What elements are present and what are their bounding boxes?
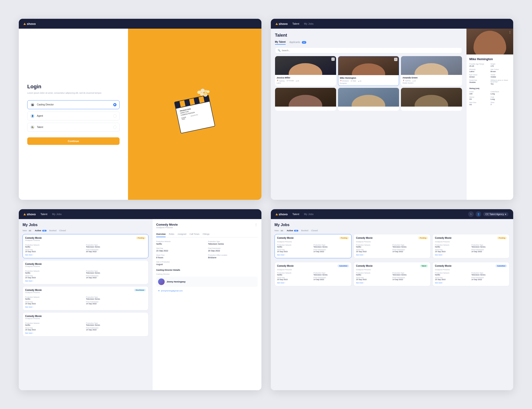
nav-link-myjobs[interactable]: My Jobs <box>52 213 62 215</box>
cd-info: Jimmy Hemingway <box>167 280 186 283</box>
tab-new[interactable]: New 08 <box>275 229 284 232</box>
job-card[interactable]: Comedy Movie Goalpost Pictures Pending P… <box>23 234 149 258</box>
talent-card-info: Mike Hemington 📍 Brisbane ⊕ Male ● 25 <box>338 75 399 86</box>
job-card[interactable]: Comedy Movie Pending Goalpost Pictures P… <box>354 234 430 258</box>
talent-card[interactable]: Amanda Green 📍 Sydney ● 25 Middle Easter… <box>401 56 462 86</box>
location-meta: 📍 Sydney <box>277 80 285 82</box>
screen-login: shovo Login Lorem ipsum dolor sit amet, … <box>19 19 261 200</box>
tab-active[interactable]: Active 41 <box>35 229 46 232</box>
job-title: Comedy Movie <box>356 265 373 267</box>
logo: shovo <box>23 213 36 216</box>
sizing-section-title: Sizing (cm) <box>469 87 510 89</box>
card-checkbox[interactable]: ✓ <box>331 57 335 61</box>
job-title: Comedy Movie <box>435 237 452 239</box>
detail-field: Date of Production August <box>156 261 206 266</box>
see-more-link[interactable]: See more › <box>25 280 146 282</box>
see-more-link[interactable]: See more › <box>277 282 349 284</box>
login-option-agent[interactable]: 👤 Agent <box>27 112 120 121</box>
job-card[interactable]: Comedy Movie Talent Goalpost Pictures Pr… <box>354 262 430 286</box>
tab-fittings[interactable]: Fittings <box>203 233 209 237</box>
tab-assigned[interactable]: Assigned <box>177 233 186 237</box>
tab-closed[interactable]: Closed <box>59 229 66 232</box>
job-title: Comedy Movie <box>25 289 42 291</box>
card-checkbox[interactable]: ☐ <box>394 58 397 61</box>
continue-button[interactable]: Continue <box>27 137 120 145</box>
job-card-header: Comedy Movie Goalpost Pictures Shortlist… <box>25 289 146 295</box>
job-company: Goalpost Pictures <box>356 269 428 271</box>
new-count: 08 <box>28 230 32 232</box>
nav-link-talent[interactable]: Talent <box>292 213 299 215</box>
see-more-link[interactable]: See more › <box>356 254 428 256</box>
nav-link-myjobs[interactable]: My Jobs <box>304 213 314 215</box>
nav-icon-user[interactable]: 👤 <box>476 211 481 217</box>
talent-photo <box>401 88 462 107</box>
talent-card[interactable] <box>275 88 336 111</box>
job-detail-menu[interactable]: ⋮ <box>254 223 258 227</box>
job-card[interactable]: Comedy Movie Submitted Goalpost Pictures… <box>275 262 352 286</box>
job-card[interactable]: Comedy Movie Goalpost Pictures Productio… <box>23 312 149 336</box>
see-more-link[interactable]: See more › <box>435 254 507 256</box>
see-more-link[interactable]: See more › <box>356 282 428 284</box>
nav-icon-refresh[interactable]: ↻ <box>468 211 474 217</box>
tab-call-times[interactable]: Call Times <box>189 233 199 237</box>
see-more-link[interactable]: See more › <box>435 282 507 284</box>
job-meta-field: Production Type Television Series <box>86 296 146 300</box>
field-value: Long <box>491 98 511 100</box>
job-card[interactable]: Comedy Movie Goalpost Pictures Shortlist… <box>23 286 149 310</box>
nav-link-talent[interactable]: Talent <box>292 22 299 25</box>
nav-link-myjobs[interactable]: My Jobs <box>304 22 314 25</box>
job-card[interactable]: Comedy Movie Pending Goalpost Pictures P… <box>275 234 352 258</box>
see-more-link[interactable]: See more › <box>25 254 146 256</box>
tab-closed[interactable]: Closed <box>311 229 318 232</box>
field-value: August <box>156 263 206 266</box>
job-meta-field: Production Network Netflix <box>356 272 392 276</box>
see-more-link[interactable]: See more › <box>25 306 146 308</box>
talent-card[interactable]: ✓ Jessica Miller 📍 Sydney ⊕ Female <box>275 56 336 86</box>
search-input[interactable] <box>282 49 460 52</box>
job-company: Goalpost Pictures <box>25 317 42 320</box>
job-meta-field: Shoot Day 15 Sep 2022 <box>435 277 470 280</box>
myjobs-body: My Jobs New 08 Active 41 Booked Closed C… <box>19 219 261 390</box>
talent-card[interactable] <box>401 88 462 111</box>
see-more-link[interactable]: See more › <box>25 332 146 334</box>
nav-agency-dropdown[interactable]: CC Talent Agency ▾ <box>483 212 509 216</box>
tab-overview[interactable]: Overview <box>156 233 166 237</box>
login-option-talent[interactable]: 🎭 Talent <box>27 123 120 132</box>
job-meta-field: Final Submission 14 Sep 2022 <box>314 249 349 253</box>
job-meta-field: Shoot Day 15 Sep 2022 <box>25 249 85 253</box>
sizing-field: Collar/Neck Long <box>491 91 511 95</box>
tab-my-talent[interactable]: My Talent <box>275 41 286 45</box>
tab-active[interactable]: Active 41 <box>287 229 298 232</box>
see-more-link[interactable]: See more › <box>277 254 349 256</box>
job-meta-field: Shoot Day 15 Sep 2022 <box>356 249 392 253</box>
job-meta-row: Production Network Netflix Production Ty… <box>25 270 146 274</box>
tab-booked[interactable]: Booked <box>49 229 56 232</box>
tab-booked[interactable]: Booked <box>301 229 308 232</box>
job-card[interactable]: Comedy Movie Goalpost Pictures Productio… <box>23 260 149 284</box>
field-label: Willing to grow or shave facial hair <box>491 79 511 83</box>
talent-grid: ✓ Jessica Miller 📍 Sydney ⊕ Female <box>275 56 462 111</box>
detail-menu-button[interactable]: ⋮ <box>509 30 511 34</box>
field-value: 8 hours <box>156 256 206 259</box>
login-option-casting-director[interactable]: 🎬 Casting Director <box>27 100 120 109</box>
job-card[interactable]: Comedy Movie Pending Goalpost Pictures P… <box>432 234 509 258</box>
login-body: Login Lorem ipsum dolor sit amet, consec… <box>19 29 261 200</box>
tab-roles[interactable]: Roles <box>169 233 174 237</box>
detail-field: Eye Colour Amber <box>469 74 489 78</box>
job-meta-row: Shoot Day 15 Sep 2022 Final Submission 1… <box>356 249 428 253</box>
field-value: Latino <box>469 70 489 73</box>
ethnicity-meta: Middle Eastern <box>402 82 460 84</box>
talent-card[interactable] <box>338 88 399 111</box>
email-icon: ✉ <box>158 290 160 292</box>
talent-card[interactable]: ☐ Mike Hemington 📍 Brisbane ⊕ Male <box>338 56 399 86</box>
tab-new[interactable]: New 08 <box>23 229 32 232</box>
field-value: Visible <box>491 76 511 78</box>
detail-field: Facial Hair Stubble <box>469 79 489 85</box>
myjobs-list-panel: My Jobs New 08 Active 41 Booked Closed C… <box>19 219 152 390</box>
job-meta-field: Final Submission 14 Sep 2022 <box>314 277 349 280</box>
tab-applicants[interactable]: Applicants 44 <box>289 41 306 45</box>
job-title: Comedy Movie <box>277 265 294 267</box>
job-card[interactable]: Comedy Movie Submitted Goalpost Pictures… <box>432 262 509 286</box>
nav-link-talent[interactable]: Talent <box>40 213 47 215</box>
sizing-grid: Chest 100 Collar/Neck Long Sleeve XS C <box>469 91 510 106</box>
